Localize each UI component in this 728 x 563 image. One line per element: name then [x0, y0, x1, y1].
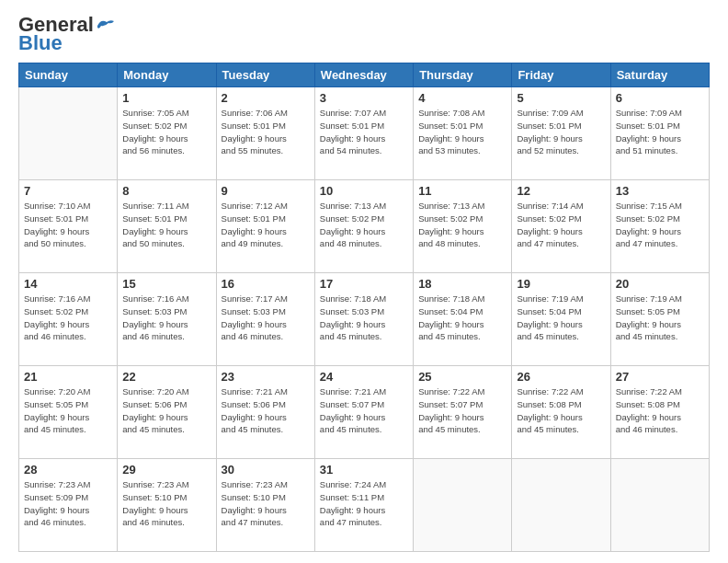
sunrise-text: Sunrise: 7:12 AM	[222, 200, 310, 213]
sunrise-text: Sunrise: 7:15 AM	[616, 200, 704, 213]
table-row: 6Sunrise: 7:09 AMSunset: 5:01 PMDaylight…	[610, 87, 709, 180]
sunrise-text: Sunrise: 7:21 AM	[222, 385, 310, 398]
day-number: 16	[222, 277, 310, 291]
daylight-text-2: and 48 minutes.	[320, 237, 408, 250]
table-row: 3Sunrise: 7:07 AMSunset: 5:01 PMDaylight…	[314, 87, 413, 180]
sunrise-text: Sunrise: 7:24 AM	[320, 478, 408, 491]
day-info: Sunrise: 7:08 AMSunset: 5:01 PMDaylight:…	[418, 107, 506, 157]
day-number: 15	[122, 277, 210, 291]
day-info: Sunrise: 7:11 AMSunset: 5:01 PMDaylight:…	[122, 200, 210, 250]
sunset-text: Sunset: 5:02 PM	[616, 213, 704, 225]
day-number: 22	[122, 370, 210, 384]
daylight-text: Daylight: 9 hours	[222, 411, 310, 424]
sunset-text: Sunset: 5:01 PM	[418, 120, 506, 132]
daylight-text-2: and 45 minutes.	[616, 330, 704, 343]
day-number: 6	[616, 91, 704, 105]
sunrise-text: Sunrise: 7:18 AM	[320, 293, 408, 305]
day-number: 7	[24, 184, 112, 198]
sunset-text: Sunset: 5:07 PM	[418, 398, 506, 411]
daylight-text-2: and 52 minutes.	[517, 144, 605, 157]
col-sunday: Sunday	[19, 63, 118, 87]
sunrise-text: Sunrise: 7:23 AM	[122, 478, 210, 491]
sunset-text: Sunset: 5:02 PM	[24, 305, 112, 318]
daylight-text: Daylight: 9 hours	[122, 225, 210, 238]
sunset-text: Sunset: 5:06 PM	[122, 398, 210, 411]
table-row: 17Sunrise: 7:18 AMSunset: 5:03 PMDayligh…	[314, 273, 413, 366]
table-row: 16Sunrise: 7:17 AMSunset: 5:03 PMDayligh…	[216, 273, 314, 366]
day-number: 3	[320, 91, 408, 105]
sunrise-text: Sunrise: 7:17 AM	[222, 293, 310, 305]
page: General Blue Sunday Monday Tuesday Wedne…	[0, 0, 728, 563]
day-number: 5	[517, 91, 605, 105]
day-number: 2	[222, 91, 310, 105]
sunrise-text: Sunrise: 7:20 AM	[122, 385, 210, 398]
daylight-text: Daylight: 9 hours	[418, 411, 506, 424]
table-row: 14Sunrise: 7:16 AMSunset: 5:02 PMDayligh…	[19, 273, 118, 366]
logo-blue-text: Blue	[18, 31, 63, 55]
calendar-week-row: 7Sunrise: 7:10 AMSunset: 5:01 PMDaylight…	[19, 180, 710, 273]
daylight-text-2: and 45 minutes.	[320, 330, 408, 343]
day-info: Sunrise: 7:23 AMSunset: 5:09 PMDaylight:…	[24, 478, 112, 529]
col-thursday: Thursday	[414, 63, 512, 87]
sunset-text: Sunset: 5:06 PM	[222, 398, 310, 411]
daylight-text-2: and 56 minutes.	[122, 144, 210, 157]
table-row: 30Sunrise: 7:23 AMSunset: 5:10 PMDayligh…	[216, 459, 314, 552]
daylight-text: Daylight: 9 hours	[222, 225, 310, 238]
sunrise-text: Sunrise: 7:21 AM	[320, 385, 408, 398]
sunrise-text: Sunrise: 7:19 AM	[517, 293, 605, 305]
sunset-text: Sunset: 5:03 PM	[320, 305, 408, 318]
daylight-text: Daylight: 9 hours	[616, 411, 704, 424]
day-info: Sunrise: 7:05 AMSunset: 5:02 PMDaylight:…	[122, 107, 210, 157]
calendar-week-row: 28Sunrise: 7:23 AMSunset: 5:09 PMDayligh…	[19, 459, 710, 552]
sunrise-text: Sunrise: 7:16 AM	[122, 293, 210, 305]
daylight-text-2: and 47 minutes.	[222, 516, 310, 529]
day-info: Sunrise: 7:22 AMSunset: 5:08 PMDaylight:…	[616, 385, 704, 436]
col-friday: Friday	[512, 63, 610, 87]
day-info: Sunrise: 7:14 AMSunset: 5:02 PMDaylight:…	[517, 200, 605, 250]
table-row: 18Sunrise: 7:18 AMSunset: 5:04 PMDayligh…	[414, 273, 512, 366]
sunrise-text: Sunrise: 7:13 AM	[320, 200, 408, 213]
table-row: 10Sunrise: 7:13 AMSunset: 5:02 PMDayligh…	[314, 180, 413, 273]
daylight-text-2: and 47 minutes.	[517, 237, 605, 250]
sunset-text: Sunset: 5:01 PM	[320, 120, 408, 132]
table-row: 7Sunrise: 7:10 AMSunset: 5:01 PMDaylight…	[19, 180, 118, 273]
table-row: 27Sunrise: 7:22 AMSunset: 5:08 PMDayligh…	[610, 366, 709, 459]
table-row: 13Sunrise: 7:15 AMSunset: 5:02 PMDayligh…	[610, 180, 709, 273]
sunset-text: Sunset: 5:02 PM	[517, 213, 605, 225]
sunset-text: Sunset: 5:02 PM	[320, 213, 408, 225]
sunrise-text: Sunrise: 7:05 AM	[122, 107, 210, 120]
daylight-text-2: and 45 minutes.	[517, 330, 605, 343]
table-row: 4Sunrise: 7:08 AMSunset: 5:01 PMDaylight…	[414, 87, 512, 180]
sunset-text: Sunset: 5:05 PM	[24, 398, 112, 411]
sunrise-text: Sunrise: 7:23 AM	[222, 478, 310, 491]
sunrise-text: Sunrise: 7:18 AM	[418, 293, 506, 305]
daylight-text: Daylight: 9 hours	[517, 411, 605, 424]
table-row: 29Sunrise: 7:23 AMSunset: 5:10 PMDayligh…	[118, 459, 216, 552]
day-number: 1	[122, 91, 210, 105]
daylight-text-2: and 48 minutes.	[418, 237, 506, 250]
day-number: 18	[418, 277, 506, 291]
sunset-text: Sunset: 5:08 PM	[517, 398, 605, 411]
logo: General Blue	[18, 15, 116, 55]
day-info: Sunrise: 7:22 AMSunset: 5:07 PMDaylight:…	[418, 385, 506, 436]
day-info: Sunrise: 7:20 AMSunset: 5:05 PMDaylight:…	[24, 385, 112, 436]
day-info: Sunrise: 7:19 AMSunset: 5:04 PMDaylight:…	[517, 293, 605, 343]
sunset-text: Sunset: 5:03 PM	[222, 305, 310, 318]
day-info: Sunrise: 7:23 AMSunset: 5:10 PMDaylight:…	[122, 478, 210, 529]
daylight-text: Daylight: 9 hours	[222, 504, 310, 517]
sunrise-text: Sunrise: 7:08 AM	[418, 107, 506, 120]
sunrise-text: Sunrise: 7:16 AM	[24, 293, 112, 305]
header: General Blue	[18, 15, 710, 55]
daylight-text-2: and 46 minutes.	[122, 516, 210, 529]
day-number: 30	[222, 463, 310, 477]
calendar-header-row: Sunday Monday Tuesday Wednesday Thursday…	[19, 63, 710, 87]
table-row: 22Sunrise: 7:20 AMSunset: 5:06 PMDayligh…	[118, 366, 216, 459]
daylight-text-2: and 53 minutes.	[418, 144, 506, 157]
day-number: 26	[517, 370, 605, 384]
table-row: 15Sunrise: 7:16 AMSunset: 5:03 PMDayligh…	[118, 273, 216, 366]
table-row: 20Sunrise: 7:19 AMSunset: 5:05 PMDayligh…	[610, 273, 709, 366]
daylight-text: Daylight: 9 hours	[517, 318, 605, 331]
sunrise-text: Sunrise: 7:23 AM	[24, 478, 112, 491]
daylight-text-2: and 46 minutes.	[24, 516, 112, 529]
daylight-text: Daylight: 9 hours	[320, 504, 408, 517]
